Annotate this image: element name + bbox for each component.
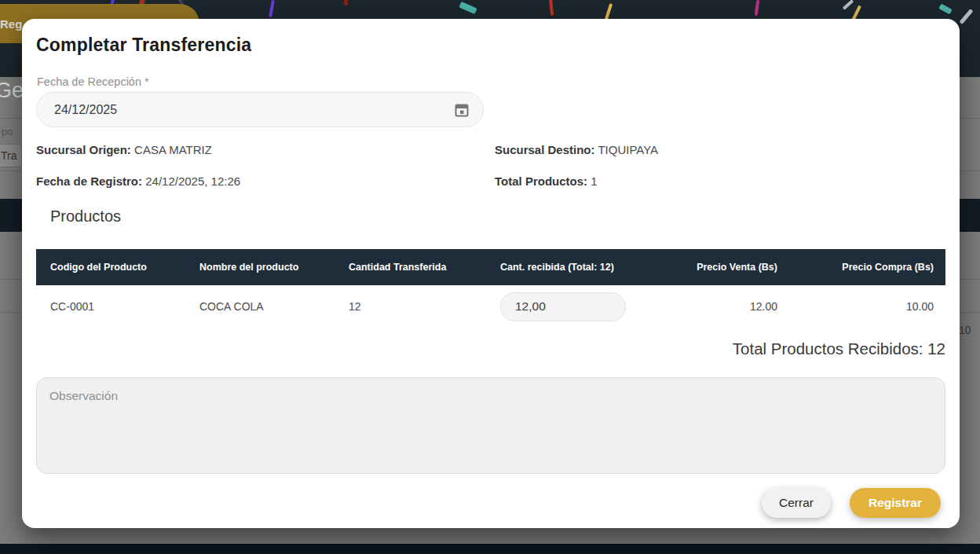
cell-qty-transferred: 12 [335,300,486,313]
confetti-piece [938,4,952,15]
complete-transfer-modal: Completar Transferencia Fecha de Recepci… [22,19,960,528]
reception-date-input[interactable] [54,103,452,117]
cell-product-name: COCA COLA [185,300,335,313]
reception-date-label: Fecha de Recepción * [37,75,149,88]
backdrop-select: Tra [0,144,22,167]
confetti-piece [843,0,854,10]
origin-branch-value: CASA MATRIZ [134,143,212,156]
register-button[interactable]: Registrar [850,488,941,518]
column-header-purchase-price: Precio Compra (Bs) [777,262,945,273]
register-date-value: 24/12/2025, 12:26 [145,174,240,188]
cell-qty-received [486,292,667,321]
destination-branch-label: Sucursal Destino: [495,143,595,156]
column-header-code: Codigo del Producto [36,262,185,273]
total-products: Total Productos: 1 [495,174,598,188]
calendar-icon[interactable] [452,100,472,120]
column-header-qty-received: Cant. recibida (Total: 12) [486,262,667,273]
destination-branch-value: TIQUIPAYA [598,143,658,156]
confetti-piece [605,3,613,20]
products-table: Codigo del Producto Nombre del producto … [36,249,945,328]
confetti-piece [755,0,760,16]
total-products-value: 1 [591,174,597,188]
register-date-label: Fecha de Registro: [36,174,142,188]
cell-purchase-price: 10.00 [777,300,945,313]
origin-branch: Sucursal Origen: CASA MATRIZ [36,143,212,156]
reception-date-field[interactable] [36,92,484,127]
cell-product-code: CC-0001 [36,300,185,313]
backdrop-footer [0,544,980,554]
column-header-sale-price: Precio Venta (Bs) [667,262,777,273]
backdrop-register-label: Reg [0,17,22,31]
products-table-header: Codigo del Producto Nombre del producto … [36,249,945,285]
confetti-piece [459,2,477,14]
close-button[interactable]: Cerrar [762,488,831,518]
register-date: Fecha de Registro: 24/12/2025, 12:26 [36,174,240,188]
backdrop-select-value: Tra [1,149,16,162]
screen: Reg Ges po Tra 10 Completar Transferenci… [0,0,980,554]
total-received-text: Total Productos Recibidos: 12 [733,339,945,358]
products-heading: Productos [50,207,121,226]
observation-textarea[interactable] [36,377,945,474]
confetti-piece [269,0,275,17]
column-header-name: Nombre del producto [185,262,335,273]
modal-footer: Cerrar Registrar [762,488,941,518]
backdrop-table-value: 10 [959,324,971,336]
backdrop-field-label: po [2,126,13,138]
modal-title: Completar Transferencia [36,35,251,56]
destination-branch: Sucursal Destino: TIQUIPAYA [495,143,658,156]
column-header-qty-transferred: Cantidad Transferida [335,262,486,273]
confetti-piece [344,0,348,6]
confetti-piece [549,0,554,16]
cell-sale-price: 12.00 [667,300,777,313]
total-products-label: Total Productos: [495,174,587,188]
table-row: CC-0001 COCA COLA 12 12.00 10.00 [36,285,945,328]
origin-branch-label: Sucursal Origen: [36,143,131,156]
confetti-piece [960,9,974,24]
qty-received-input[interactable] [500,292,626,321]
